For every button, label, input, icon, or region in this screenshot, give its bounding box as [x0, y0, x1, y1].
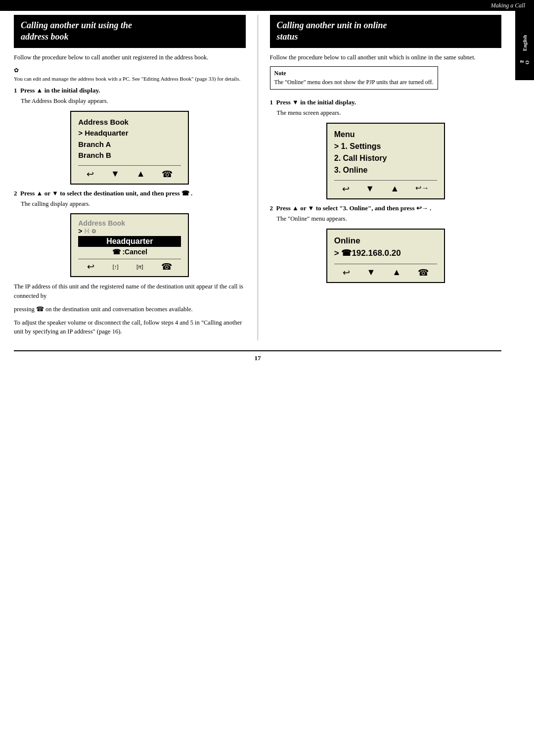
- lcd-online-btn1[interactable]: ↩: [343, 267, 350, 278]
- left-title: Calling another unit using the address b…: [21, 20, 239, 43]
- right-intro: Follow the procedure below to call anoth…: [270, 53, 502, 62]
- lcd1-line1: Address Book: [78, 117, 181, 128]
- lcd-menu-btn1[interactable]: ↩: [342, 184, 350, 194]
- lcd1-line2: > Headquarter: [78, 128, 181, 139]
- left-section-header: Calling another unit using the address b…: [14, 15, 246, 48]
- two-columns: Calling another unit using the address b…: [14, 15, 501, 340]
- right-title: Calling another unit in online status: [277, 20, 495, 43]
- lcd-menu: Menu > 1. Settings 2. Call History 3. On…: [326, 123, 445, 199]
- left-step1-header: 1 Press ▲ in the initial display.: [14, 87, 246, 94]
- lcd-online-controls: ↩ ▼ ▲ ☎: [334, 264, 437, 278]
- lcd2-controls: ↩ [↑] [π] ☎: [78, 259, 181, 272]
- column-divider: [258, 15, 258, 340]
- right-column: Calling another unit in online status Fo…: [270, 15, 502, 340]
- note-label: Note: [274, 70, 434, 77]
- right-step2-sub: The "Online" menu appears.: [277, 214, 502, 224]
- lcd1-btn4[interactable]: ☎: [162, 169, 173, 180]
- top-bar-title: Making a Call: [491, 2, 525, 9]
- right-sidebar: BASIC CALL OPERATIONS English: [515, 11, 534, 80]
- lcd-online-line1: Online: [334, 235, 437, 247]
- lcd-menu-controls: ↩ ▼ ▲ ↩→: [334, 180, 437, 194]
- lcd-menu-line4: 3. Online: [334, 164, 437, 176]
- lcd-menu-btn3[interactable]: ▲: [390, 184, 399, 194]
- lcd2-title: Address Book: [78, 219, 181, 227]
- lcd1-line4: Branch B: [78, 150, 181, 161]
- lcd1-btn2[interactable]: ▼: [111, 169, 120, 180]
- lcd2-cancel: ☎ :Cancel: [78, 248, 181, 256]
- english-tab: English: [515, 26, 534, 60]
- note-box: Note The "Online" menu does not show the…: [270, 66, 438, 90]
- lcd1-btn1[interactable]: ↩: [87, 169, 94, 180]
- lcd-address-book-1: Address Book > Headquarter Branch A Bran…: [70, 111, 189, 185]
- left-step2-header: 2 Press ▲ or ▼ to select the destination…: [14, 189, 246, 197]
- lcd-online: Online > ☎192.168.0.20 ↩ ▼ ▲ ☎: [326, 229, 445, 283]
- lcd1-btn3[interactable]: ▲: [136, 169, 145, 180]
- note-text: The "Online" menu does not show the PJP …: [274, 78, 434, 87]
- lcd2-uplabel: [↑]: [113, 264, 119, 270]
- lcd-online-line2: > ☎192.168.0.20: [334, 247, 437, 260]
- left-intro: Follow the procedure below to call anoth…: [14, 53, 246, 62]
- lcd-online-btn3[interactable]: ▲: [392, 267, 401, 278]
- left-step2-sub: The calling display appears.: [21, 199, 246, 209]
- lcd2-arrow: > H ⊙: [78, 227, 181, 235]
- note-container: Note The "Online" menu does not show the…: [270, 66, 502, 94]
- right-step1: 1 Press ▼ in the initial display. The me…: [270, 98, 502, 118]
- lcd2-highlight: Headquarter: [78, 236, 181, 247]
- left-step2: 2 Press ▲ or ▼ to select the destination…: [14, 189, 246, 209]
- right-step1-header: 1 Press ▼ in the initial display.: [270, 98, 502, 106]
- lcd-menu-line2: > 1. Settings: [334, 141, 437, 152]
- right-step2-header: 2 Press ▲ or ▼ to select "3. Online", an…: [270, 204, 502, 212]
- left-step3-text2: pressing ☎ on the destination unit and c…: [14, 305, 246, 314]
- snowflake-icon: ✿: [14, 67, 19, 74]
- page-number: 17: [14, 350, 501, 362]
- top-bar: Making a Call: [0, 0, 534, 11]
- left-step1-sub: The Address Book display appears.: [21, 96, 246, 106]
- right-step2: 2 Press ▲ or ▼ to select "3. Online", an…: [270, 204, 502, 224]
- lcd-address-book-2: Address Book > H ⊙ Headquarter ☎ :Cancel…: [70, 213, 189, 277]
- right-step1-sub: The menu screen appears.: [277, 108, 502, 118]
- left-step1: 1 Press ▲ in the initial display. The Ad…: [14, 87, 246, 106]
- lcd-menu-line3: 2. Call History: [334, 152, 437, 164]
- main-content: Calling another unit using the address b…: [0, 15, 515, 382]
- lcd-menu-btn4[interactable]: ↩→: [415, 184, 429, 194]
- right-section-header: Calling another unit in online status: [270, 15, 502, 48]
- lcd2-btn1[interactable]: ↩: [87, 261, 94, 272]
- snowflake-note: You can edit and manage the address book…: [14, 75, 246, 83]
- lcd1-controls: ↩ ▼ ▲ ☎: [78, 165, 181, 180]
- lcd2-btn4[interactable]: ☎: [161, 261, 172, 272]
- left-step3-text1: The IP address of this unit and the regi…: [14, 282, 246, 301]
- lcd2-downlabel: [π]: [136, 264, 143, 270]
- lcd-menu-line1: Menu: [334, 129, 437, 141]
- left-column: Calling another unit using the address b…: [14, 15, 246, 340]
- lcd1-line3: Branch A: [78, 139, 181, 150]
- lcd-menu-btn2[interactable]: ▼: [365, 184, 374, 194]
- left-step3-text4: To adjust the speaker volume or disconne…: [14, 318, 246, 337]
- lcd-online-btn2[interactable]: ▼: [366, 267, 375, 278]
- lcd-online-btn4[interactable]: ☎: [418, 267, 429, 278]
